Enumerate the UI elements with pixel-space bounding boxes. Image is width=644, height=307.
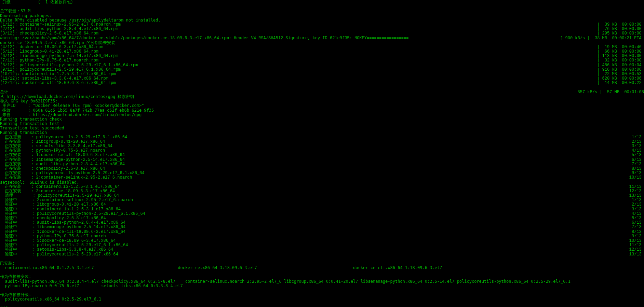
terminal-line: Transaction test succeeded [0,126,644,130]
terminal-line: Running transaction check [0,117,644,122]
terminal-line: setsebool: SELinux is disabled. [0,180,644,185]
terminal-line: 作为依赖被安装: [0,275,644,279]
terminal-line: (7/12): python-IPy-0.75-6.el7.noarch.rpm… [0,58,644,63]
terminal-line: 验证中 : libsemanage-python-2.5-14.el7.x86_… [0,225,644,229]
terminal-line: 验证中 : containerd.io-1.2.5-3.1.el7.x86_64… [0,207,644,212]
terminal-line: python-IPy.noarch 0:0.75-6.el7 setools-l… [0,284,644,288]
terminal-line: (12/12): docker-ce-cli-18.09.6-3.el7.x86… [0,81,644,85]
terminal-line: Delta RPMs disabled because /usr/bin/app… [0,18,644,23]
terminal-line: 验证中 : libcgroup-0.41-20.el7.x86_64 2/13 [0,203,644,207]
terminal-line [0,4,644,9]
terminal-line: 验证中 : setools-libs-3.3.8-4.el7.x86_6412/… [0,248,644,252]
terminal-line: docker-ce-18.09.6-3.el7.x86_64.rpm 的公钥尚未… [0,41,644,45]
terminal-line: 正在安装 : containerd.io-1.2.5-3.1.el7.x86_6… [0,185,644,189]
terminal-line: Running transaction [0,130,644,135]
terminal-line [0,257,644,261]
terminal-line: 用户ID : "Docker Release (CE rpm) <docker@… [0,103,644,108]
terminal-line: 指纹 : 060a 61c5 1b55 8a7f 742b 77aa c52f … [0,108,644,113]
terminal-line: (8/12): policycoreutils-python-2.5-29.el… [0,63,644,68]
terminal-line [0,270,644,275]
terminal-line: policycoreutils.x86_64 0:2.5-29.el7_6.1 [0,297,644,302]
terminal-line: 总下载量：57 M [0,9,644,13]
terminal-line: 正在安装 : 1:docker-ce-cli-18.09.6-3.el7.x86… [0,153,644,157]
terminal-line: 验证中 : policycoreutils-2.5-29.el7.x86_641… [0,252,644,257]
terminal-line: 从 https://download.docker.com/linux/cent… [0,95,644,99]
warning-line: warning: /var/cache/yum/x86_64/7/docker-… [0,36,644,41]
terminal-line: audit-libs-python.x86_64 0:2.8.4-4.el7 c… [0,279,644,284]
terminal-line: 正在更新 : policycoreutils-2.5-29.el7_6.1.x8… [0,135,644,140]
terminal-line: 来自 : https://download.docker.com/linux/c… [0,113,644,117]
terminal-line: Running transaction test [0,122,644,126]
terminal-line: Downloading packages: [0,14,644,18]
terminal-line: 正在安装 : 2:container-selinux-2.95-2.el7_6.… [0,176,644,180]
totals-line: 总计 857 kB/s | 57 MB 00:01:08 [0,90,644,95]
terminal-line: 正在安装 : audit-libs-python-2.8.4-4.el7.x86… [0,162,644,167]
terminal-line [0,302,644,306]
terminal-line: containerd.io.x86_64 0:1.2.5-3.1.el7 doc… [0,266,644,270]
terminal-line: 升级 ( 1 依赖软件包) [0,0,644,4]
terminal-line: 验证中 : 1:docker-ce-cli-18.09.6-3.el7.x86_… [0,230,644,234]
terminal-line: 验证中 : python-IPy-0.75-6.el7.noarch 9/13 [0,234,644,239]
terminal-line: (3/12): checkpolicy-2.5-8.el7.x86_64.rpm… [0,31,644,36]
terminal-line: 正在安装 : libsemanage-python-2.5-14.el7.x86… [0,158,644,162]
terminal-line [0,288,644,293]
divider: ----------------------------------------… [0,86,644,90]
